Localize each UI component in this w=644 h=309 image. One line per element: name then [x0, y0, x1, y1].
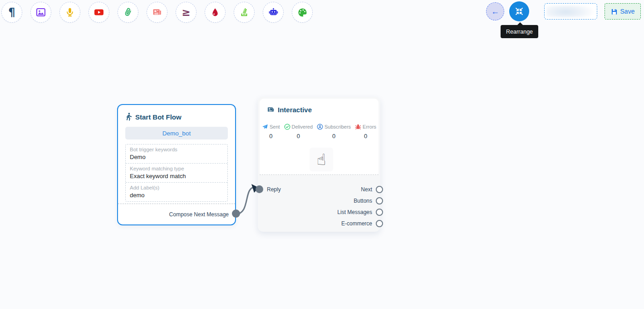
output-label: Buttons: [354, 198, 372, 204]
redacted-text: [546, 5, 595, 17]
card-icon-glyph: [152, 7, 162, 17]
interactive-sockets: Reply Next Buttons List Messages E-comme…: [258, 175, 380, 232]
output-label: List Messages: [337, 209, 372, 215]
video-icon-glyph: [93, 7, 104, 18]
stat-value: 0: [332, 133, 335, 140]
audio-icon-glyph: [65, 7, 75, 17]
buttons-output-socket[interactable]: [376, 197, 383, 204]
stat-label: Sent: [270, 124, 280, 130]
flow-canvas[interactable]: ¶: [0, 0, 644, 309]
drip-icon-glyph: [210, 7, 220, 17]
field-keyword-matching-type[interactable]: Keyword matching type Exact keyword matc…: [126, 163, 227, 182]
check-circle-icon: [284, 124, 290, 130]
audio-icon[interactable]: [59, 2, 80, 23]
interactive-node[interactable]: Interactive Sent 0: [258, 97, 380, 232]
interactive-card-icon: [267, 106, 275, 114]
condition-icon[interactable]: ≥: [176, 2, 197, 23]
start-node-fields: Bot trigger keywords Demo Keyword matchi…: [125, 144, 228, 202]
stat-label: Delivered: [292, 124, 313, 130]
node-hover-area[interactable]: ☝: [310, 148, 333, 171]
save-icon: [611, 8, 618, 15]
walking-person-icon: [125, 113, 132, 121]
card-icon[interactable]: [147, 2, 167, 23]
attachment-icon[interactable]: [118, 2, 138, 23]
stat-sent: Sent 0: [262, 124, 280, 140]
stat-value: 0: [269, 133, 272, 140]
output-list-messages: List Messages: [337, 209, 380, 216]
field-label: Keyword matching type: [130, 166, 223, 171]
field-value: Exact keyword match: [130, 173, 223, 179]
hand-cursor-icon: ☝: [317, 152, 326, 167]
stat-delivered: Delivered 0: [284, 124, 313, 140]
reply-label: Reply: [267, 186, 281, 193]
stat-errors: Errors 0: [355, 124, 376, 140]
flow-name-input[interactable]: [544, 3, 597, 20]
output-label: Next: [361, 186, 372, 193]
output-label: E-commerce: [341, 220, 372, 227]
start-bot-flow-node[interactable]: Start Bot Flow Demo_bot Bot trigger keyw…: [117, 104, 236, 225]
bot-icon-glyph: [268, 7, 279, 18]
image-icon-glyph: [36, 7, 46, 17]
bug-icon: [355, 124, 361, 130]
bot-name-field[interactable]: Demo_bot: [125, 127, 228, 140]
compose-next-message-socket[interactable]: [232, 209, 240, 218]
interactive-node-title: Interactive: [278, 106, 312, 114]
palette-icon[interactable]: [292, 2, 313, 23]
reply-input-socket[interactable]: [256, 185, 263, 193]
back-arrow-icon: ←: [491, 7, 499, 16]
palette-icon-glyph: [297, 7, 308, 18]
field-add-labels[interactable]: Add Label(s) demo: [126, 182, 227, 201]
compress-icon: [515, 7, 523, 15]
interactive-node-header: Interactive: [260, 99, 379, 114]
rearrange-button[interactable]: [509, 1, 529, 21]
save-button-label: Save: [620, 8, 635, 15]
interactive-stats: Sent 0 Delivered 0: [260, 124, 379, 140]
sequence-icon[interactable]: [234, 2, 255, 23]
subscriber-icon: [317, 124, 323, 130]
sequence-icon-glyph: [239, 7, 249, 17]
component-toolbar: ¶: [1, 2, 313, 23]
rearrange-tooltip-label: Rearrange: [506, 29, 533, 35]
text-icon-glyph: ¶: [8, 7, 15, 18]
paper-plane-icon: [262, 124, 268, 130]
stat-value: 0: [364, 133, 367, 140]
field-label: Bot trigger keywords: [130, 147, 223, 152]
next-output-socket[interactable]: [376, 186, 383, 193]
field-value: Demo: [130, 154, 223, 160]
interactive-node-body: Interactive Sent 0: [260, 99, 379, 175]
ecommerce-output-socket[interactable]: [376, 220, 383, 227]
stat-label: Errors: [363, 124, 376, 130]
list-messages-output-socket[interactable]: [376, 209, 383, 216]
field-label: Add Label(s): [130, 185, 223, 190]
save-button[interactable]: Save: [605, 3, 641, 20]
start-node-title: Start Bot Flow: [135, 113, 182, 121]
back-button[interactable]: ←: [486, 2, 504, 20]
stat-subscribers: Subscribers 0: [317, 124, 351, 140]
bot-icon[interactable]: [263, 2, 284, 23]
output-ecommerce: E-commerce: [341, 220, 380, 227]
start-node-header: Start Bot Flow: [118, 105, 235, 121]
output-next: Next: [361, 186, 380, 193]
condition-icon-glyph: ≥: [182, 7, 190, 18]
bot-name-value: Demo_bot: [162, 130, 191, 137]
compose-next-message-label: Compose Next Message: [169, 211, 229, 218]
output-buttons: Buttons: [354, 197, 380, 204]
stat-label: Subscribers: [324, 124, 351, 130]
attachment-icon-glyph: [123, 7, 133, 17]
rearrange-tooltip: Rearrange: [501, 25, 538, 38]
field-bot-trigger-keywords[interactable]: Bot trigger keywords Demo: [126, 145, 227, 163]
stat-value: 0: [297, 133, 300, 140]
image-icon[interactable]: [30, 2, 51, 23]
start-node-footer: Compose Next Message: [118, 204, 235, 224]
drip-icon[interactable]: [205, 2, 226, 23]
field-value: demo: [130, 192, 223, 199]
text-icon[interactable]: ¶: [1, 2, 22, 23]
video-icon[interactable]: [88, 2, 109, 23]
